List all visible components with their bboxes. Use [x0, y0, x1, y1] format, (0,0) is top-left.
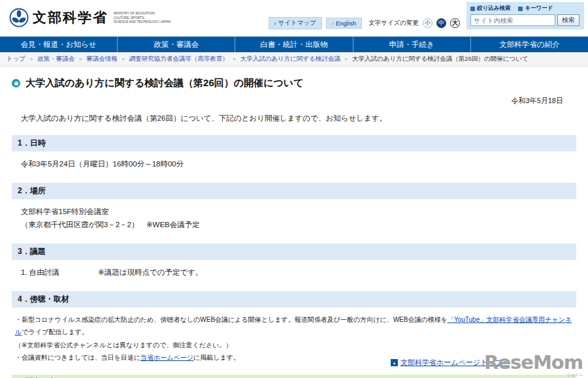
search-button[interactable]: 検索 — [557, 14, 580, 26]
global-nav: 会見・報道・お知らせ 政策・審議会 白書・統計・出版物 申請・手続き 文部科学省… — [0, 37, 588, 52]
place-line2: （東京都千代田区霞が関3－2－2） ※WEB会議予定 — [21, 218, 576, 232]
watermark-text: ReseMom — [484, 353, 583, 372]
nav-item-whitepaper[interactable]: 白書・統計・出版物 — [235, 37, 352, 52]
place-line1: 文部科学省15F特別会議室 — [21, 205, 576, 219]
nav-item-about[interactable]: 文部科学省の紹介 — [470, 37, 588, 52]
fontsize-small-button[interactable]: 小 — [423, 18, 433, 28]
main-content: 大学入試のあり方に関する検討会議（第26回）の開催について 令和3年5月18日 … — [0, 67, 588, 378]
keyword-icon — [518, 7, 523, 11]
section-body-place: 文部科学省15F特別会議室 （東京都千代田区霞が関3－2－2） ※WEB会議予定 — [21, 205, 576, 232]
search-row: 検索 — [470, 14, 580, 26]
section-heading-attendance: 4．傍聴・取材 — [12, 291, 576, 307]
fontsize-medium-button[interactable]: 中 — [436, 18, 446, 28]
fontsize-label: 文字サイズの変更 — [368, 19, 419, 27]
english-button[interactable]: › English — [326, 18, 362, 29]
breadcrumb-separator: ＞ — [78, 55, 83, 63]
site-search-panel: 絞り込み検索 キーワード 検索 — [466, 2, 584, 29]
refine-search-tab[interactable]: 絞り込み検索 — [470, 5, 510, 12]
nav-item-application[interactable]: 申請・手続き — [353, 37, 470, 52]
chevron-right-icon: › — [274, 20, 276, 27]
mext-logo[interactable]: 文部科学省 MINISTRY OF EDUCATION, CULTURE, SP… — [9, 8, 171, 27]
fontsize-large-button[interactable]: 大 — [450, 18, 460, 28]
intro-text: 大学入試のあり方に関する検討会議（第26回）について、下記のとおり開催しますので… — [21, 114, 576, 123]
nav-item-press[interactable]: 会見・報道・お知らせ — [0, 37, 117, 52]
title-bullet-icon — [12, 79, 20, 87]
sitemap-button[interactable]: › サイトマップ — [269, 17, 322, 29]
ministry-homepage-link[interactable]: 当省ホームページ — [140, 354, 193, 361]
filter-icon — [470, 7, 475, 11]
breadcrumb-link-research-meetings[interactable]: 調査研究協力者会議等（高等教育） — [129, 55, 229, 63]
search-input[interactable] — [470, 14, 555, 26]
section-heading-agenda: 3．議題 — [12, 244, 576, 260]
site-header: 文部科学省 MINISTRY OF EDUCATION, CULTURE, SP… — [0, 0, 588, 37]
section-body-agenda: 1. 自由討議 ※議題は現時点での予定です。 — [21, 266, 576, 279]
breadcrumb-separator: ＞ — [121, 55, 126, 63]
keyword-tab[interactable]: キーワード — [518, 5, 553, 12]
title-row: 大学入試のあり方に関する検討会議（第26回）の開催について — [12, 77, 576, 89]
section-body-datetime: 令和3年5月24日（月曜日）16時00分～18時00分 — [21, 157, 576, 171]
english-label: English — [336, 20, 356, 27]
attendance-line1: ・新型コロナウイルス感染症の拡大防止のため、傍聴者なしのWEB会議による開催とし… — [15, 313, 576, 339]
breadcrumb: トップ ＞ 政策・審議会 ＞ 審議会情報 ＞ 調査研究協力者会議等（高等教育） … — [0, 52, 588, 67]
breadcrumb-separator: ＞ — [232, 55, 237, 63]
logo-subtitle: MINISTRY OF EDUCATION, CULTURE, SPORTS, … — [114, 11, 171, 24]
breadcrumb-link-home[interactable]: トップ — [7, 55, 25, 63]
nav-item-policy[interactable]: 政策・審議会 — [117, 37, 235, 52]
page-title: 大学入試のあり方に関する検討会議（第26回）の開催について — [25, 77, 304, 89]
breadcrumb-separator: ＞ — [29, 55, 34, 63]
mext-emblem-icon — [9, 8, 29, 27]
breadcrumb-separator: ＞ — [344, 55, 349, 63]
breadcrumb-link-policy[interactable]: 政策・審議会 — [37, 55, 74, 63]
utility-bar: › サイトマップ › English 文字サイズの変更 小 中 大 — [269, 17, 460, 29]
search-tabs: 絞り込み検索 キーワード — [470, 5, 580, 12]
sitemap-label: サイトマップ — [278, 19, 316, 27]
publish-date: 令和3年5月18日 — [12, 96, 563, 106]
agenda-item: 1. 自由討議 — [21, 268, 59, 276]
attendance-line2: （※文部科学省公式チャンネルとは異なりますので、御注意ください。） — [15, 339, 576, 352]
resemom-watermark: ReseMom リセマム — [484, 353, 583, 377]
logo-title: 文部科学省 — [33, 8, 108, 27]
agenda-note: ※議題は現時点での予定です。 — [98, 268, 203, 276]
home-arrow-icon: ▲ — [391, 359, 398, 366]
breadcrumb-current: 大学入試のあり方に関する検討会議（第26回）の開催について — [352, 55, 529, 63]
chevron-right-icon: › — [332, 20, 334, 27]
breadcrumb-link-exam-council[interactable]: 大学入試のあり方に関する検討会議 — [240, 55, 340, 63]
section-heading-datetime: 1．日時 — [12, 135, 576, 151]
section-heading-place: 2．場所 — [12, 183, 576, 199]
breadcrumb-link-council-info[interactable]: 審議会情報 — [86, 55, 118, 63]
